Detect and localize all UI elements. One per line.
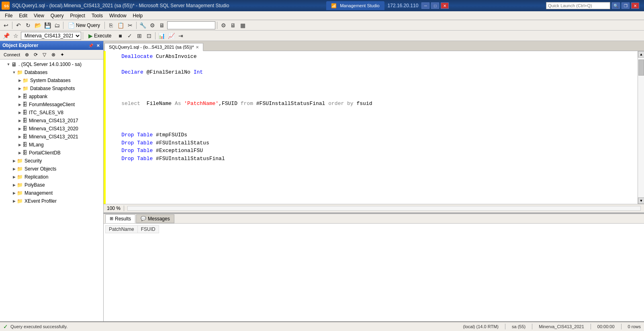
pin-button[interactable]: 📌 [2,31,10,40]
results-tab-label: Results [115,216,131,222]
tool-2[interactable]: ⚙ [148,21,157,30]
stop-button[interactable]: ■ [116,31,125,40]
appbank-db-icon: 🗄 [22,94,27,99]
tree-minerva2020-node[interactable]: ▶ 🗄 Minerva_CIS413_2020 [0,125,103,133]
poly-label: PolyBase [25,182,45,188]
app-icon: SS [2,2,10,10]
back-button[interactable]: ↩ [2,21,10,30]
tree-db-snapshots-node[interactable]: ▶ 📁 Database Snapshots [0,84,103,93]
save-button[interactable]: 💾 [43,21,52,30]
results-tab-messages[interactable]: 💬 Messages [136,214,174,223]
execute-button[interactable]: ▶ Execute [85,31,115,40]
m2017-expand-icon: ▶ [17,118,22,123]
table-button[interactable]: ⊡ [145,31,153,40]
tree-polybase-node[interactable]: ▶ 📁 PolyBase [0,181,103,189]
close-button2[interactable]: ✕ [631,2,639,9]
tree-minerva2017-node[interactable]: ▶ 🗄 Minerva_CIS413_2017 [0,117,103,125]
oe-refresh-icon[interactable]: ⟳ [32,51,40,59]
menu-help[interactable]: Help [130,11,146,20]
oe-stop-icon[interactable]: ⊗ [49,51,57,59]
new-query-icon: 📄 [68,22,75,29]
tree-xevent-node[interactable]: ▶ 📁 XEvent Profiler [0,197,103,205]
tree-mlang-node[interactable]: ▶ 🗄 MLang [0,141,103,149]
paste-button[interactable]: 📋 [116,21,125,30]
minimize-button[interactable]: ─ [421,2,429,9]
m2021-db-icon: 🗄 [22,134,27,140]
tree-management-node[interactable]: ▶ 📁 Management [0,189,103,197]
svrobj-folder-icon: 📁 [17,166,23,172]
tree-system-db-node[interactable]: ▶ 📁 System Databases [0,76,103,84]
svg-text:SS: SS [4,4,9,8]
open-button[interactable]: 📂 [33,21,42,30]
scroll-track[interactable] [638,58,644,197]
menu-view[interactable]: View [31,11,47,20]
main-area: Object Explorer 📌 ✕ Connect ⊕ ⟳ ▽ ⊗ ✦ ▼ … [0,41,644,321]
plan-button[interactable]: 📈 [167,31,176,40]
editor-tab-1[interactable]: SQLQuery1.sql - (lo...S413_2021 (sa (55)… [104,43,203,51]
editor-tab-label: SQLQuery1.sql - (lo...S413_2021 (sa (55)… [109,45,194,49]
sys-db-folder-icon: 📁 [22,78,29,83]
menu-file[interactable]: File [2,11,16,20]
undo-button[interactable]: ↶ [14,21,23,30]
settings-button[interactable]: ⚙ [219,21,228,30]
quick-launch-input[interactable] [546,2,610,9]
menu-tools[interactable]: Tools [88,11,106,20]
tree-security-node[interactable]: ▶ 📁 Security [0,157,103,165]
tree-minerva2021-node[interactable]: ▶ 🗄 Minerva_CIS413_2021 [0,133,103,141]
object-explorer: Object Explorer 📌 ✕ Connect ⊕ ⟳ ▽ ⊗ ✦ ▼ … [0,41,104,321]
tool-1[interactable]: 🔧 [138,21,147,30]
menu-query[interactable]: Query [47,11,67,20]
layout-button[interactable]: ▦ [238,21,247,30]
tree-portalclient-node[interactable]: ▶ 🗄 PortalClientDB [0,149,103,157]
scroll-up-button[interactable]: ▲ [638,51,644,58]
oe-pin-icon[interactable]: 📌 [87,43,94,48]
oe-disconnect-icon[interactable]: ⊕ [23,51,31,59]
tree-appbank-node[interactable]: ▶ 🗄 appbank [0,93,103,101]
code-editor[interactable]: Deallocate CurAbsInvoice Declare @FinalS… [106,51,638,204]
tree-serverobjects-node[interactable]: ▶ 📁 Server Objects [0,165,103,173]
tree-itcsales-node[interactable]: ▶ 🗄 ITC_SALES_V8 [0,109,103,117]
separator-2 [63,22,63,29]
save-all-button[interactable]: 🗂 [53,21,61,30]
tree-forummsg-node[interactable]: ▶ 🗄 ForumMessageClient [0,101,103,109]
status-server: (local) (14.0 RTM) [463,324,499,329]
tab-close-icon[interactable]: ✕ [196,45,199,49]
indent-button[interactable]: ⇥ [176,31,185,40]
check-button[interactable]: ✓ [125,31,134,40]
menu-window[interactable]: Window [106,11,130,20]
copy-button[interactable]: ⎘ [106,21,115,30]
search-button[interactable]: 🔍 [612,2,620,9]
tool-3[interactable]: 🖥 [157,21,166,30]
restore-button2[interactable]: ❐ [622,2,630,9]
cut-button[interactable]: ✂ [126,21,135,30]
oe-connect-button[interactable]: Connect [2,50,22,59]
results-button[interactable]: 📊 [157,31,166,40]
scroll-thumb[interactable] [638,60,644,76]
h-scroll-track[interactable] [127,206,641,211]
star-button[interactable]: ☆ [11,31,20,40]
scroll-down-button[interactable]: ▼ [638,197,644,204]
m2020-label: Minerva_CIS413_2020 [29,126,78,132]
monitor-button[interactable]: 🖥 [229,21,237,30]
oe-header-left: Object Explorer [2,43,38,48]
tree-replication-node[interactable]: ▶ 📁 Replication [0,173,103,181]
search-toolbar-input[interactable] [167,21,215,29]
taskbar-tab[interactable]: 📶 Management Studio [326,1,384,10]
new-query-button[interactable]: 📄 New Query [65,21,103,30]
database-selector[interactable]: Minerva_CIS413_2021 [21,32,81,40]
results-tab-results[interactable]: ⊞ Results [105,214,135,223]
tree-server-node[interactable]: ▼ 🖥 . (SQL Server 14.0.1000 - sa) [0,60,103,68]
menu-edit[interactable]: Edit [16,11,31,20]
oe-new-icon[interactable]: ✦ [58,51,66,59]
menu-project[interactable]: Project [67,11,88,20]
vertical-scrollbar[interactable]: ▲ ▼ [638,51,644,204]
separator-7 [155,32,155,39]
grid-button[interactable]: ⊞ [135,31,144,40]
restore-button[interactable]: □ [431,2,439,9]
redo-button[interactable]: ↻ [24,21,33,30]
editor-inner: Deallocate CurAbsInvoice Declare @FinalS… [104,51,644,204]
oe-close-icon[interactable]: ✕ [95,43,101,48]
close-button[interactable]: ✕ [441,2,449,9]
tree-databases-node[interactable]: ▼ 📁 Databases [0,68,103,76]
oe-filter-icon[interactable]: ▽ [41,51,49,59]
